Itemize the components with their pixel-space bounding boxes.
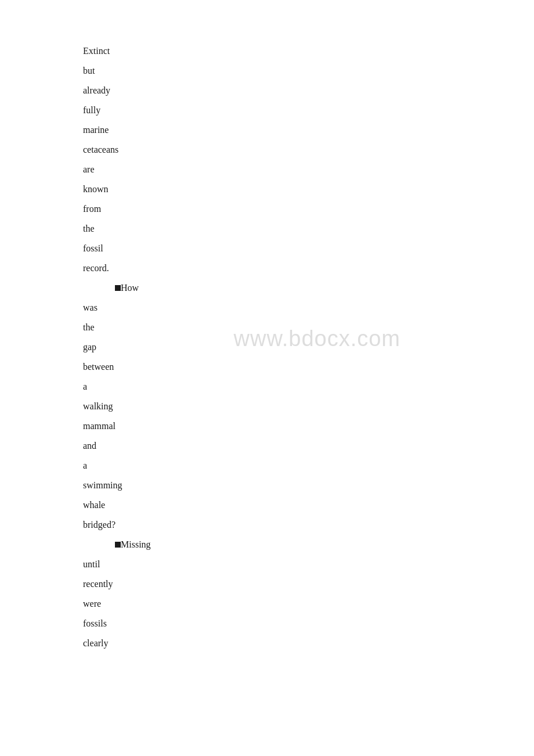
bullet-line: How (83, 283, 534, 293)
page-content: www.bdocx.com Extinctbutalreadyfullymari… (0, 0, 534, 705)
text-line: the (83, 224, 534, 233)
text-line: whale (83, 501, 534, 510)
text-line: between (83, 362, 534, 372)
text-line: marine (83, 125, 534, 135)
text-line: Extinct (83, 46, 534, 56)
text-line: clearly (83, 639, 534, 648)
text-line: but (83, 66, 534, 75)
text-line: until (83, 560, 534, 569)
text-line: fully (83, 106, 534, 115)
bullet-line: Missing (83, 540, 534, 549)
text-line: fossils (83, 619, 534, 628)
text-line: fossil (83, 244, 534, 253)
text-line: walking (83, 402, 534, 411)
text-line: a (83, 382, 534, 391)
text-line: from (83, 204, 534, 214)
text-line: recently (83, 579, 534, 589)
bullet-square-icon (115, 542, 121, 548)
text-line: were (83, 599, 534, 609)
text-line: swimming (83, 481, 534, 490)
text-line: mammal (83, 422, 534, 431)
text-line: record. (83, 264, 534, 273)
text-line: gap (83, 343, 534, 352)
text-line: bridged? (83, 520, 534, 530)
text-line: cetaceans (83, 145, 534, 154)
bullet-square-icon (115, 285, 121, 291)
text-line: known (83, 185, 534, 194)
text-line: the (83, 323, 534, 332)
text-line: are (83, 165, 534, 174)
text-line: was (83, 303, 534, 312)
text-line: a (83, 461, 534, 470)
text-line: already (83, 86, 534, 95)
text-line: and (83, 441, 534, 451)
lines-container: Extinctbutalreadyfullymarinecetaceansare… (83, 46, 534, 648)
